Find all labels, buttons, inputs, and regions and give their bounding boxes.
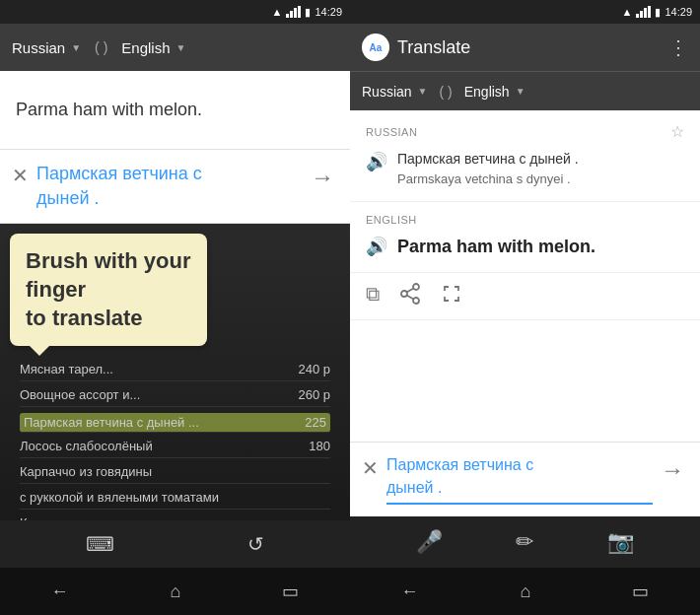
svg-line-3 [407,288,414,292]
left-target-lang-selector[interactable]: English ▼ [121,39,185,56]
left-camera-area: Brush with your finger to translate Мясн… [0,224,350,520]
refresh-button[interactable]: ↺ [247,532,264,556]
left-input-line1: Пармская ветчина с [36,164,202,183]
left-home-button[interactable]: ⌂ [171,581,181,602]
english-speaker-icon[interactable]: 🔊 [366,236,387,257]
left-time: 14:29 [315,6,342,18]
menu-item-1-price: 240 р [298,362,330,376]
right-home-button[interactable]: ⌂ [521,581,531,602]
menu-item-6: с рукколой и вялеными томатами [20,490,330,510]
left-bottom-toolbar: ⌨ ↺ [0,520,350,568]
copy-button[interactable]: ⧉ [366,283,380,309]
right-target-lang-arrow: ▼ [516,86,525,97]
right-target-lang-selector[interactable]: English ▼ [464,84,525,100]
right-more-button[interactable]: ⋮ [668,35,688,59]
russian-section-label: RUSSIAN ☆ [366,122,684,141]
left-close-button[interactable]: ✕ [12,164,29,187]
left-battery-icon: ▮ [305,6,311,19]
right-back-button[interactable]: ← [401,581,419,602]
russian-main-text: Пармская ветчина с дыней . [397,149,579,170]
menu-item-2-text: Овощное ассорт и... [20,387,140,402]
share-button[interactable] [399,283,421,309]
left-panel: ▲ ▮ 14:29 Russian ▼ ( ) English ▼ Parma … [0,0,350,615]
left-tooltip-bubble: Brush with your finger to translate [10,234,207,346]
right-source-lang-selector[interactable]: Russian ▼ [362,84,428,100]
expand-button[interactable] [441,283,462,309]
menu-item-4-text: Лосось слабосолёный [20,439,153,453]
left-wifi-icon: ▲ [272,6,283,18]
svg-point-2 [413,298,419,304]
english-label-text: ENGLISH [366,214,417,226]
menu-item-4-price: 180 [309,439,330,453]
menu-item-2: Овощное ассорт и... 260 р [20,387,330,407]
menu-item-7: Карпаччо из лосося [20,515,330,520]
left-recents-button[interactable]: ▭ [282,581,299,602]
translate-app-icon: Aa [362,34,389,61]
english-section-content: 🔊 Parma ham with melon. [366,234,684,260]
svg-point-0 [413,284,419,290]
left-back-button[interactable]: ← [51,581,69,602]
left-source-lang-selector[interactable]: Russian ▼ [12,39,81,56]
right-lang-swap[interactable]: ( ) [434,84,458,100]
tooltip-line1: Brush with your finger [26,248,190,302]
english-section-label: ENGLISH [366,214,684,226]
menu-item-4: Лосось слабосолёный 180 [20,439,330,458]
russian-result-section: RUSSIAN ☆ 🔊 Пармская ветчина с дыней . P… [350,110,700,202]
menu-item-5: Карпаччо из говядины [20,464,330,484]
right-source-lang-arrow: ▼ [418,86,428,97]
menu-item-7-text: Карпаччо из лосося [20,515,138,520]
menu-item-3-price: 225 [305,415,326,430]
english-result-section: ENGLISH 🔊 Parma ham with melon. [350,202,700,273]
menu-item-5-text: Карпаччо из говядины [20,464,152,479]
right-results-area: RUSSIAN ☆ 🔊 Пармская ветчина с дыней . P… [350,110,700,442]
menu-item-1: Мясная тарел... 240 р [20,362,330,381]
right-panel: ▲ ▮ 14:29 Aa Translate ⋮ Russian ▼ ( ) E… [350,0,700,615]
menu-item-1-text: Мясная тарел... [20,362,113,376]
mic-button[interactable]: 🎤 [416,529,443,555]
left-lang-swap[interactable]: ( ) [89,39,113,55]
russian-section-content: 🔊 Пармская ветчина с дыней . Parmskaya v… [366,149,684,189]
right-time: 14:29 [665,6,692,18]
right-submit-arrow[interactable]: → [661,456,684,484]
pencil-button[interactable]: ✏ [516,529,533,555]
svg-point-1 [401,291,407,297]
left-signal-bars [286,6,301,18]
left-target-lang-label: English [121,39,170,56]
left-input-area: ✕ Пармская ветчина с дыней . → [0,150,350,224]
right-input-text[interactable]: Пармская ветчина с дыней . [386,454,653,505]
right-header: Aa Translate ⋮ [350,24,700,71]
right-battery-icon: ▮ [655,6,661,19]
right-bottom-toolbar: 🎤 ✏ 📷 [350,516,700,568]
russian-text-block: Пармская ветчина с дыней . Parmskaya vet… [397,149,579,189]
left-status-bar: ▲ ▮ 14:29 [0,0,350,24]
russian-speaker-icon[interactable]: 🔊 [366,151,387,172]
left-source-lang-label: Russian [12,39,65,56]
right-lang-bar: Russian ▼ ( ) English ▼ [350,71,700,110]
camera-button[interactable]: 📷 [607,529,634,555]
left-submit-arrow[interactable]: → [311,164,334,191]
left-top-bar: Russian ▼ ( ) English ▼ [0,24,350,71]
svg-line-4 [407,295,414,299]
menu-item-3-highlighted: Пармская ветчина с дыней ... 225 [20,413,330,433]
menu-item-6-text: с рукколой и вялеными томатами [20,490,219,505]
left-target-lang-arrow: ▼ [176,42,186,53]
right-input-line1: Пармская ветчина с [386,456,533,473]
left-source-lang-arrow: ▼ [71,42,81,53]
keyboard-button[interactable]: ⌨ [86,532,114,556]
menu-item-2-price: 260 р [298,387,330,402]
tooltip-line2: to translate [26,306,143,330]
right-header-title: Translate [397,37,661,58]
right-actions-row: ⧉ [350,273,700,320]
right-recents-button[interactable]: ▭ [632,581,649,602]
expand-icon [441,283,462,305]
right-close-button[interactable]: ✕ [362,456,379,480]
right-input-line2: дыней . [386,479,442,496]
russian-transliteration: Parmskaya vetchina s dynyei . [397,170,579,189]
right-input-area: ✕ Пармская ветчина с дыней . → [350,442,700,516]
russian-star-icon[interactable]: ☆ [670,122,685,141]
right-nav-bar: ← ⌂ ▭ [350,568,700,615]
left-camera-menu: Мясная тарел... 240 р Овощное ассорт и..… [20,362,330,520]
left-input-line2: дыней . [36,188,99,208]
left-input-text[interactable]: Пармская ветчина с дыней . [36,162,303,211]
translate-icon-letter: Aa [370,42,383,53]
